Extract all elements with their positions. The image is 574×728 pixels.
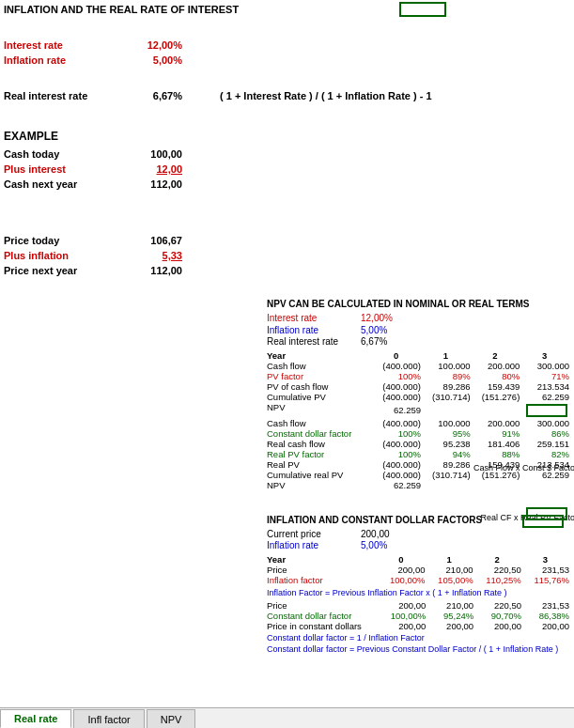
cum-pv-2: (151.276) [471, 392, 520, 402]
const-dollar-row2: Constant dollar factor 100,00% 95,24% 90… [267, 611, 569, 621]
real-npv-label: NPV [267, 480, 371, 490]
infl-factor-0: 100,00% [377, 575, 425, 585]
price2-0: 200,00 [370, 600, 426, 611]
real-npv-row: NPV 62.259 [267, 480, 569, 490]
plus-inflation-row: Plus inflation 5,33 [4, 250, 182, 261]
interest-rate-label: Interest rate [4, 39, 126, 51]
npv-inflation-value: 5,00% [361, 325, 387, 335]
spreadsheet: INFLATION AND THE REAL RATE OF INTEREST … [0, 0, 574, 728]
real-interest-label: Real interest rate [4, 90, 126, 101]
npv-interest-row: Interest rate 12,00% [267, 313, 569, 323]
main-title: INFLATION AND THE REAL RATE OF INTEREST [4, 4, 239, 15]
real-cf-2: 200.000 [471, 418, 520, 428]
infl-year-0: 0 [377, 554, 425, 565]
interest-rate-value: 12,00% [126, 39, 182, 51]
infl-year-label: Year [267, 554, 377, 565]
npv-value-row: NPV 62.259 [267, 402, 569, 418]
pv-cf-2: 159.439 [471, 381, 520, 392]
year-label-cell: Year [267, 350, 371, 361]
pv-cf-0: (400.000) [371, 381, 421, 392]
cum-pv-0: (400.000) [371, 392, 421, 402]
price-next-year-value: 112,00 [126, 265, 182, 276]
npv-inflation-row: Inflation rate 5,00% [267, 325, 569, 335]
cum-real-pv-0: (400.000) [371, 470, 421, 480]
cum-real-pv-1: (310.714) [421, 470, 471, 480]
price-next-year-row: Price next year 112,00 [4, 265, 182, 276]
cash-today-value: 100,00 [126, 148, 182, 160]
nominal-cash-flow-row: Cash flow (400.000) 100.000 200.000 300.… [267, 361, 569, 371]
year-0-header: 0 [371, 350, 421, 361]
current-price-label: Current price [267, 529, 361, 539]
price-const-1: 200,00 [426, 621, 473, 631]
real-cf-1: 100.000 [421, 418, 471, 428]
infl-formula2: Constant dollar factor = 1 / Inflation F… [267, 633, 569, 643]
const-dollar-factor-row: Constant dollar factor 100% 95% 91% 86% [267, 428, 569, 439]
infl-inflation-value: 5,00% [361, 540, 387, 550]
nominal-cf-1: 100.000 [421, 361, 471, 371]
price-3: 231,53 [521, 565, 569, 575]
price2-2: 220,50 [473, 600, 521, 611]
real-cf-calc-2: 181.406 [471, 439, 520, 449]
cash-next-year-row: Cash next year 112,00 [4, 178, 182, 190]
infl-year-1: 1 [425, 554, 473, 565]
plus-interest-value: 12,00 [126, 163, 182, 175]
current-price-row: Current price 200,00 [267, 529, 569, 539]
price-const-0: 200,00 [370, 621, 426, 631]
const-dollar2-2: 90,70% [473, 611, 521, 621]
pv-cash-flow-row: PV of cash flow (400.000) 89.286 159.439… [267, 381, 569, 392]
cash-next-year-value: 112,00 [126, 178, 182, 190]
real-cf-calc-1: 95.238 [421, 439, 471, 449]
plus-interest-label: Plus interest [4, 163, 126, 175]
real-pv-label: Real PV [267, 459, 371, 470]
infl-section: INFLATION AND CONSTANT DOLLAR FACTORS Cu… [263, 515, 573, 655]
inflation-rate-label: Inflation rate [4, 54, 126, 66]
price-today-label: Price today [4, 235, 126, 246]
price-0: 200,00 [377, 565, 425, 575]
price-const-row: Price in constant dollars 200,00 200,00 … [267, 621, 569, 631]
cash-today-label: Cash today [4, 148, 126, 160]
real-cf-calc-3: 259.151 [520, 439, 569, 449]
const-dollar-label: Constant dollar factor [267, 428, 371, 439]
npv-highlight-1 [526, 404, 567, 417]
pv-factor-2: 80% [471, 371, 520, 381]
infl-year-header: Year 0 1 2 3 [267, 554, 569, 565]
infl-factor-2: 110,25% [473, 575, 521, 585]
nominal-cf-3: 300.000 [520, 361, 569, 371]
price2-label: Price [267, 600, 370, 611]
cum-pv-label: Cumulative PV [267, 392, 371, 402]
real-pv-factor-1: 94% [421, 449, 471, 459]
inflation-rate-row: Inflation rate 5,00% [4, 54, 182, 66]
real-pv-factor-label: Real PV factor [267, 449, 371, 459]
year-1-header: 1 [421, 350, 471, 361]
npv-title: NPV CAN BE CALCULATED IN NOMINAL OR REAL… [267, 299, 569, 309]
infl-factor-3: 115,76% [521, 575, 569, 585]
const-dollar2-0: 100,00% [370, 611, 426, 621]
real-cash-flow-calc-row: Real cash flow (400.000) 95.238 181.406 … [267, 439, 569, 449]
price-const-3: 200,00 [521, 621, 569, 631]
nominal-cf-2: 200.000 [471, 361, 520, 371]
real-cf-0: (400.000) [371, 418, 421, 428]
price-const-2: 200,00 [473, 621, 521, 631]
cash-today-row: Cash today 100,00 [4, 148, 182, 160]
real-pv-factor-row: Real PV factor 100% 94% 88% 82% [267, 449, 569, 459]
npv-real-row: Real interest rate 6,67% [267, 336, 569, 347]
price-next-year-label: Price next year [4, 265, 126, 276]
infl-table2: Price 200,00 210,00 220,50 231,53 Consta… [267, 600, 569, 631]
inflation-rate-value: 5,00% [126, 54, 182, 66]
real-pv-factor-3: 82% [520, 449, 569, 459]
price-row: Price 200,00 210,00 220,50 231,53 [267, 565, 569, 575]
real-interest-row: Real interest rate 6,67% ( 1 + Interest … [4, 90, 432, 101]
npv-year-header: Year 0 1 2 3 [267, 350, 569, 361]
tab-real-rate[interactable]: Real rate [0, 709, 71, 728]
tab-npv[interactable]: NPV [147, 709, 196, 728]
pv-factor-row: PV factor 100% 89% 80% 71% [267, 371, 569, 381]
tab-infl-factor[interactable]: Infl factor [73, 709, 144, 728]
price-const-label: Price in constant dollars [267, 621, 370, 631]
note1: Cash Flow x Const $ Factor [473, 463, 574, 472]
real-interest-value: 6,67% [126, 90, 182, 101]
npv-val: 62.259 [371, 402, 421, 418]
const-dollar2-label: Constant dollar factor [267, 611, 370, 621]
real-pv-1: 89.286 [421, 459, 471, 470]
npv-inflation-label: Inflation rate [267, 325, 361, 335]
real-interest-formula: ( 1 + Interest Rate ) / ( 1 + Inflation … [220, 90, 432, 101]
